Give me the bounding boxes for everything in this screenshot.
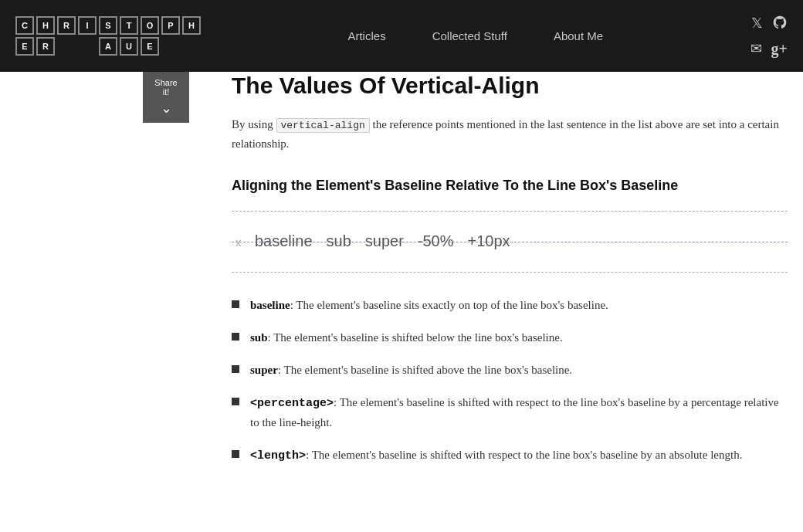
logo-e3: E [141,37,159,56]
diagram-super: super [365,232,404,250]
site-header: C H R I S T O P H E R A U E Articles Col… [0,0,803,72]
bullet-term-length: <length> [250,449,306,463]
page-layout: Share it! ⌄ The Values Of Vertical-Align… [0,72,803,479]
bullet-term-percentage: <percentage> [250,397,334,410]
social-icons: 𝕏 ✉ g+ [750,15,788,58]
diagram-labels: baseline sub super -50% +10px [232,232,788,250]
nav-collected-stuff[interactable]: Collected Stuff [409,29,530,42]
share-arrow-icon: ⌄ [161,100,172,117]
nav-articles[interactable]: Articles [324,29,408,42]
gplus-icon[interactable]: g+ [771,40,788,58]
diagram-sub: sub [327,232,351,250]
logo-he: H [182,16,201,35]
logo-e2: E [15,37,34,56]
github-icon[interactable] [772,15,788,34]
logo-s: S [99,16,117,35]
article-title: The Values Of Vertical-Align [232,72,788,100]
logo-p: P [161,16,180,35]
bullet-text: super: The element's baseline is shifted… [250,361,572,379]
inline-code-vertical-align: vertical-align [276,118,370,133]
logo-a: A [99,37,117,56]
logo-c: C [15,16,34,35]
logo[interactable]: C H R I S T O P H E R A U E [15,16,201,56]
intro-paragraph: By using vertical-align the reference po… [232,115,788,153]
logo-empty2 [78,37,97,56]
bullet-term-super: super [250,364,278,376]
diagram-baseline: baseline [255,232,313,250]
bullet-text: <percentage>: The element's baseline is … [250,393,788,432]
bullet-text: baseline: The element's baseline sits ex… [250,296,608,314]
logo-h: H [36,16,55,35]
bullet-icon [232,398,239,405]
bullet-icon [232,333,239,341]
bullet-list: baseline: The element's baseline sits ex… [232,296,788,466]
section-title: Aligning the Element's Baseline Relative… [232,176,788,195]
left-sidebar: Share it! ⌄ [0,72,201,479]
social-row-bottom: ✉ g+ [750,40,788,58]
list-item: sub: The element's baseline is shifted b… [232,328,788,347]
email-icon[interactable]: ✉ [750,40,762,58]
share-label: Share it! [151,78,181,97]
bullet-icon [232,300,239,308]
article-content: The Values Of Vertical-Align By using ve… [201,72,803,479]
bullet-text: <length>: The element's baseline is shif… [250,446,742,466]
bullet-text: sub: The element's baseline is shifted b… [250,328,563,347]
intro-prefix: By using [232,118,276,130]
logo-empty1 [57,37,76,56]
nav-about-me[interactable]: About Me [530,29,626,42]
bullet-term-baseline: baseline [250,299,290,311]
diagram-plus10: +10px [468,232,510,250]
logo-empty4 [182,37,201,56]
logo-o: O [141,16,159,35]
list-item: super: The element's baseline is shifted… [232,361,788,379]
logo-empty3 [161,37,180,56]
twitter-icon[interactable]: 𝕏 [751,15,763,34]
logo-r2: R [36,37,55,56]
bullet-term-sub: sub [250,331,268,344]
list-item: <length>: The element's baseline is shif… [232,446,788,466]
list-item: baseline: The element's baseline sits ex… [232,296,788,314]
social-row-top: 𝕏 [751,15,788,34]
share-button[interactable]: Share it! ⌄ [143,72,189,123]
list-item: <percentage>: The element's baseline is … [232,393,788,432]
bullet-icon [232,365,239,373]
logo-r: R [57,16,76,35]
diagram-minus50: -50% [418,232,454,250]
alignment-diagram: x baseline sub super -50% +10px [232,211,788,273]
logo-t: T [120,16,138,35]
main-nav: Articles Collected Stuff About Me [201,29,750,42]
logo-i: I [78,16,97,35]
logo-u: U [120,37,138,56]
bullet-icon [232,450,239,458]
